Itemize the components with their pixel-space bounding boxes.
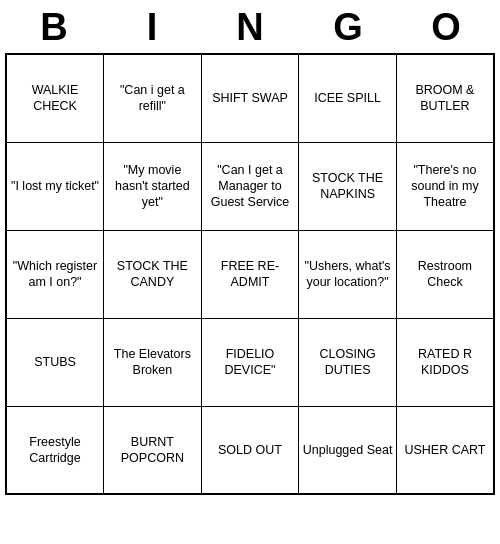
cell-r3-c1: The Elevators Broken [104, 318, 202, 406]
cell-r2-c4: Restroom Check [396, 230, 494, 318]
cell-r2-c2: FREE RE-ADMIT [201, 230, 299, 318]
letter-o: O [400, 6, 492, 49]
letter-n: N [204, 6, 296, 49]
cell-r3-c2: FIDELIO DEVICE" [201, 318, 299, 406]
cell-r1-c2: "Can I get a Manager to Guest Service [201, 142, 299, 230]
cell-r4-c3: Unplugged Seat [299, 406, 397, 494]
cell-r3-c0: STUBS [6, 318, 104, 406]
cell-r0-c0: WALKIE CHECK [6, 54, 104, 142]
cell-r2-c3: "Ushers, what's your location?" [299, 230, 397, 318]
cell-r3-c4: RATED R KIDDOS [396, 318, 494, 406]
bingo-table: WALKIE CHECK"Can i get a refill"SHIFT SW… [5, 53, 495, 495]
cell-r3-c3: CLOSING DUTIES [299, 318, 397, 406]
cell-r4-c1: BURNT POPCORN [104, 406, 202, 494]
cell-r2-c1: STOCK THE CANDY [104, 230, 202, 318]
letter-b: B [8, 6, 100, 49]
cell-r0-c4: BROOM & BUTLER [396, 54, 494, 142]
cell-r0-c2: SHIFT SWAP [201, 54, 299, 142]
cell-r0-c1: "Can i get a refill" [104, 54, 202, 142]
cell-r2-c0: "Which register am I on?" [6, 230, 104, 318]
cell-r1-c3: STOCK THE NAPKINS [299, 142, 397, 230]
bingo-header: B I N G O [5, 0, 495, 53]
letter-g: G [302, 6, 394, 49]
cell-r0-c3: ICEE SPILL [299, 54, 397, 142]
cell-r4-c0: Freestyle Cartridge [6, 406, 104, 494]
cell-r1-c0: "I lost my ticket" [6, 142, 104, 230]
cell-r1-c1: "My movie hasn't started yet" [104, 142, 202, 230]
cell-r4-c2: SOLD OUT [201, 406, 299, 494]
cell-r4-c4: USHER CART [396, 406, 494, 494]
letter-i: I [106, 6, 198, 49]
cell-r1-c4: "There's no sound in my Theatre [396, 142, 494, 230]
